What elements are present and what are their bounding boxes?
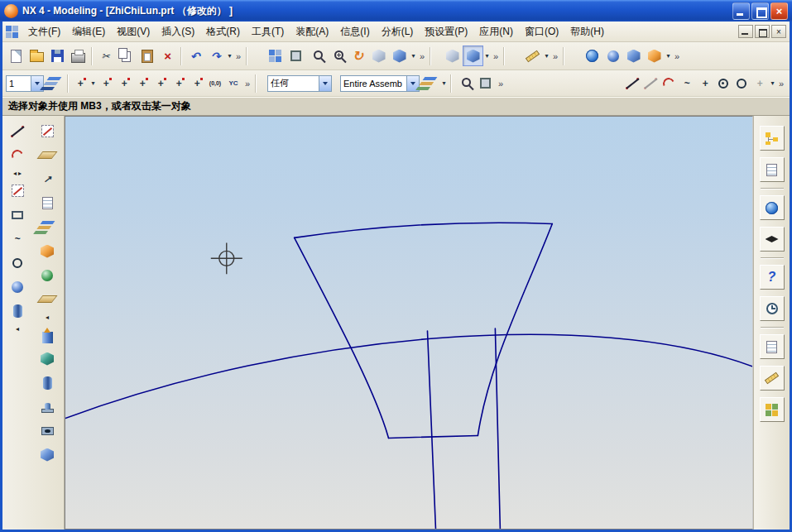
- datum-axis-button[interactable]: [36, 288, 59, 310]
- print-button[interactable]: [68, 46, 89, 66]
- snap-arc-center-button[interactable]: +: [151, 74, 170, 93]
- center-construction-line[interactable]: [427, 331, 435, 529]
- fit-view-button[interactable]: [265, 46, 286, 66]
- hole-button[interactable]: [36, 419, 59, 442]
- menu-application[interactable]: 应用(N): [473, 22, 519, 41]
- block-button[interactable]: [36, 240, 59, 262]
- menu-format[interactable]: 格式(R): [200, 22, 246, 41]
- toolbar-overflow[interactable]: »: [672, 51, 682, 61]
- delete-button[interactable]: ×: [157, 46, 178, 66]
- chevron-down-icon[interactable]: ▾: [483, 52, 491, 60]
- copy-button[interactable]: [116, 46, 137, 66]
- selection-scope-combo[interactable]: Entire Assemb: [340, 75, 420, 92]
- shaded-view-button[interactable]: [389, 46, 410, 66]
- zoom-window-button[interactable]: [286, 46, 306, 66]
- snap-origin-button[interactable]: (0,0): [206, 74, 224, 93]
- toolbar-collapse[interactable]: ◂: [36, 311, 59, 323]
- snap-csys-button[interactable]: YC: [224, 74, 242, 93]
- chevron-down-icon[interactable]: ▾: [769, 79, 776, 87]
- pitch-arc[interactable]: [65, 334, 752, 418]
- material-button[interactable]: [602, 46, 623, 66]
- menu-view[interactable]: 视图(V): [111, 22, 156, 41]
- mdi-close-button[interactable]: ×: [771, 25, 786, 38]
- snap-existing-point-button[interactable]: +: [188, 74, 206, 93]
- menu-information[interactable]: 信息(I): [334, 22, 375, 41]
- datum-plane-button[interactable]: [36, 144, 59, 166]
- chevron-down-icon[interactable]: ▾: [665, 52, 672, 60]
- layer-settings-button[interactable]: [44, 73, 65, 93]
- chevron-down-icon[interactable]: ▾: [226, 52, 233, 60]
- menu-file[interactable]: 文件(F): [22, 22, 66, 41]
- zoom-button[interactable]: [306, 46, 327, 66]
- menu-tools[interactable]: 工具(T): [246, 22, 290, 41]
- rotate-view-button[interactable]: ↻: [348, 46, 368, 66]
- line-arc-tool-button[interactable]: [641, 74, 660, 93]
- toolbar-overflow[interactable]: »: [496, 79, 506, 89]
- tooth-root-edge[interactable]: [389, 435, 478, 438]
- studio-spline-button[interactable]: ~: [7, 228, 29, 250]
- tools-panel-button[interactable]: [760, 366, 785, 391]
- datum-csys-button[interactable]: ↗: [36, 168, 59, 190]
- rectangle-button[interactable]: [7, 204, 29, 226]
- toolbar-overflow[interactable]: »: [233, 51, 243, 61]
- extrude-button[interactable]: [36, 324, 59, 346]
- toolbar-overflow[interactable]: »: [491, 51, 501, 61]
- toolbar-overflow[interactable]: »: [776, 79, 786, 89]
- line-tool-button[interactable]: [623, 74, 641, 93]
- snap-midpoint-button[interactable]: +: [115, 74, 133, 93]
- paste-button[interactable]: [137, 46, 157, 66]
- mdi-minimize-button[interactable]: [738, 25, 753, 38]
- snap-intersection-button[interactable]: +: [133, 74, 151, 93]
- new-button[interactable]: [6, 46, 26, 66]
- snap-quadrant-button[interactable]: +: [170, 74, 188, 93]
- modeling-app-button[interactable]: [463, 46, 483, 66]
- arc-button[interactable]: [7, 144, 29, 166]
- open-button[interactable]: [26, 46, 47, 66]
- type-filter-combo[interactable]: 任何: [267, 75, 332, 92]
- help-button[interactable]: ?: [760, 265, 785, 290]
- circle-tool-button[interactable]: [732, 74, 751, 93]
- details-panel-button[interactable]: [760, 334, 785, 359]
- maximize-button[interactable]: [751, 2, 769, 20]
- find-button[interactable]: [454, 73, 475, 93]
- work-layer-combo[interactable]: 1: [6, 75, 44, 92]
- helix-button[interactable]: [7, 300, 29, 322]
- tooth-right-flank[interactable]: [478, 223, 552, 435]
- cut-button[interactable]: ✂: [95, 46, 116, 66]
- revolve-button[interactable]: [36, 347, 59, 370]
- pad-button[interactable]: [36, 443, 59, 466]
- point-set-tool-button[interactable]: +: [751, 74, 769, 93]
- basic-curves-button[interactable]: [7, 180, 29, 202]
- chevron-down-icon[interactable]: [406, 76, 419, 91]
- spline-tool-button[interactable]: ~: [678, 74, 696, 93]
- menu-edit[interactable]: 编辑(E): [66, 22, 111, 41]
- toolbar-overflow[interactable]: »: [550, 51, 560, 61]
- zoom-in-out-button[interactable]: [327, 46, 348, 66]
- chevron-down-icon[interactable]: [31, 76, 43, 91]
- line-button[interactable]: [7, 120, 29, 142]
- menu-assemblies[interactable]: 装配(A): [290, 22, 334, 41]
- palette-button[interactable]: [760, 397, 785, 422]
- boss-button[interactable]: [36, 395, 59, 418]
- close-button[interactable]: ×: [770, 2, 788, 20]
- selection-filter-button[interactable]: [420, 73, 440, 93]
- scene-browser-button[interactable]: [582, 46, 602, 66]
- chevron-down-icon[interactable]: ▾: [89, 79, 97, 87]
- arc-tool-button[interactable]: [660, 74, 678, 93]
- history-button[interactable]: [760, 296, 785, 321]
- sketch-button[interactable]: [36, 120, 59, 142]
- redo-button[interactable]: ↷: [205, 46, 226, 66]
- minimize-button[interactable]: [732, 2, 750, 20]
- menu-window[interactable]: 窗口(O): [519, 22, 564, 41]
- undo-button[interactable]: ↶: [185, 46, 205, 66]
- chevron-down-icon[interactable]: [319, 76, 331, 91]
- chevron-down-icon[interactable]: ▾: [410, 52, 417, 60]
- high-quality-image-button[interactable]: [644, 46, 665, 66]
- pan-view-button[interactable]: [368, 46, 389, 66]
- sphere-curve-button[interactable]: [7, 276, 29, 298]
- save-button[interactable]: [47, 46, 68, 66]
- tooth-top-edge[interactable]: [295, 223, 553, 237]
- sphere-primitive-button[interactable]: [36, 264, 59, 286]
- assembly-navigator-button[interactable]: [760, 126, 785, 151]
- snap-endpoint-button[interactable]: +: [97, 74, 115, 93]
